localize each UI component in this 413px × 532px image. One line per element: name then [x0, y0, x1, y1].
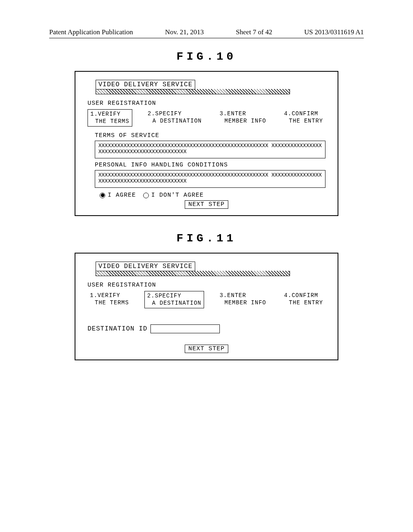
figure-label-11: FIG.11	[0, 232, 413, 245]
banner-hatch	[96, 271, 290, 276]
progress-steps: 1.VERIFY THE TERMS 2.SPECIFY A DESTINATI…	[88, 109, 325, 127]
step-line1: 2.SPECIFY	[148, 110, 202, 118]
destination-id-input[interactable]	[150, 324, 220, 333]
step-line2: MEMBER INFO	[220, 118, 266, 125]
sheet-number: Sheet 7 of 42	[236, 28, 272, 36]
radio-label: I AGREE	[108, 192, 136, 199]
banner: VIDEO DELIVERY SERVICE	[96, 80, 325, 94]
radio-agree[interactable]: I AGREE	[100, 192, 136, 199]
step-line2: A DESTINATION	[147, 300, 201, 307]
step-line1: 3.ENTER	[220, 292, 266, 299]
step-line1: 3.ENTER	[220, 110, 266, 118]
figure-label-10: FIG.10	[0, 50, 413, 63]
destination-id-label: DESTINATION ID	[88, 325, 147, 332]
step-line1: 1.VERIFY	[90, 111, 129, 118]
step-line2: THE TERMS	[90, 299, 129, 307]
step-2-specify-destination[interactable]: 2.SPECIFY A DESTINATION	[145, 109, 204, 127]
publication-number: US 2013/0311619 A1	[304, 28, 364, 36]
terms-heading: TERMS OF SERVICE	[95, 132, 325, 139]
banner-hatch	[96, 89, 290, 94]
destination-id-row: DESTINATION ID	[88, 324, 325, 333]
step-line1: 1.VERIFY	[90, 292, 129, 299]
progress-steps: 1.VERIFY THE TERMS 2.SPECIFY A DESTINATI…	[88, 291, 325, 308]
step-line2: THE ENTRY	[284, 118, 323, 125]
step-1-verify-terms[interactable]: 1.VERIFY THE TERMS	[88, 109, 132, 127]
screen-fig10: VIDEO DELIVERY SERVICE USER REGISTRATION…	[75, 71, 338, 216]
step-line1: 4.CONFIRM	[284, 292, 323, 299]
step-line1: 2.SPECIFY	[147, 293, 201, 300]
step-3-enter-member-info[interactable]: 3.ENTER MEMBER INFO	[217, 291, 269, 308]
step-1-verify-terms[interactable]: 1.VERIFY THE TERMS	[88, 291, 131, 308]
radio-disagree[interactable]: I DON'T AGREE	[143, 192, 204, 199]
next-step-button[interactable]: NEXT STEP	[185, 345, 228, 353]
banner-title: VIDEO DELIVERY SERVICE	[96, 262, 195, 271]
header-rule	[49, 38, 364, 38]
publication-type: Patent Application Publication	[49, 28, 133, 36]
step-line2: THE ENTRY	[284, 299, 323, 307]
step-line2: MEMBER INFO	[220, 299, 266, 307]
step-line1: 4.CONFIRM	[284, 110, 323, 118]
radio-label: I DON'T AGREE	[151, 192, 204, 199]
step-2-specify-destination[interactable]: 2.SPECIFY A DESTINATION	[144, 291, 204, 308]
personal-info-heading: PERSONAL INFO HANDLING CONDITIONS	[95, 162, 325, 168]
step-3-enter-member-info[interactable]: 3.ENTER MEMBER INFO	[217, 109, 269, 127]
agree-radio-group: I AGREE I DON'T AGREE	[100, 192, 325, 199]
step-line2: A DESTINATION	[148, 118, 202, 125]
radio-selected-icon	[100, 193, 105, 198]
banner: VIDEO DELIVERY SERVICE	[96, 262, 325, 276]
section-heading: USER REGISTRATION	[88, 100, 325, 107]
step-4-confirm-entry[interactable]: 4.CONFIRM THE ENTRY	[282, 291, 325, 308]
screen-fig11: VIDEO DELIVERY SERVICE USER REGISTRATION…	[75, 253, 338, 360]
page-header: Patent Application Publication Nov. 21, …	[49, 28, 364, 36]
terms-body: XXXXXXXXXXXXXXXXXXXXXXXXXXXXXXXXXXXXXXXX…	[95, 141, 325, 158]
step-4-confirm-entry[interactable]: 4.CONFIRM THE ENTRY	[282, 109, 325, 127]
next-step-button[interactable]: NEXT STEP	[185, 200, 228, 209]
step-line2: THE TERMS	[90, 118, 129, 125]
publication-date: Nov. 21, 2013	[165, 28, 204, 36]
personal-info-body: XXXXXXXXXXXXXXXXXXXXXXXXXXXXXXXXXXXXXXXX…	[95, 170, 325, 188]
radio-unselected-icon	[143, 193, 149, 198]
banner-title: VIDEO DELIVERY SERVICE	[96, 80, 195, 89]
section-heading: USER REGISTRATION	[88, 282, 325, 289]
